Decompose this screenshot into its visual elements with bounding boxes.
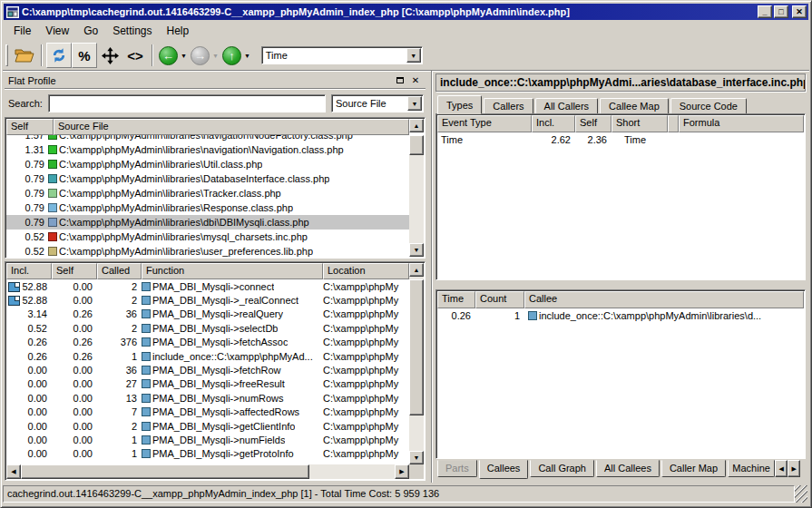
- back-dropdown-arrow[interactable]: ▼: [181, 53, 187, 59]
- location-cell: C:\xampp\phpMy: [323, 435, 409, 445]
- menu-help[interactable]: Help: [160, 23, 197, 39]
- callee-row[interactable]: 0.26 1 include_once::C:\xampp\phpMyAdmin…: [437, 308, 804, 323]
- column-self[interactable]: Self: [575, 115, 611, 132]
- tab-callees[interactable]: Callees: [479, 460, 529, 479]
- file-list-row[interactable]: 0.79C:\xampp\phpMyAdmin\libraries\dbi\DB…: [6, 215, 409, 230]
- menu-view[interactable]: View: [38, 23, 76, 39]
- function-row[interactable]: 0.000.001PMA_DBI_Mysqli->getProtoInfoC:\…: [6, 447, 409, 461]
- tab-all-callers[interactable]: All Callers: [535, 98, 599, 114]
- tab-machine[interactable]: Machine: [728, 460, 775, 477]
- function-table-vscrollbar[interactable]: ▲ ▼: [409, 263, 424, 464]
- function-row[interactable]: 52.880.002PMA_DBI_Mysqli->connectC:\xamp…: [6, 279, 409, 293]
- incl-cell: 0.00: [6, 435, 52, 445]
- reload-button[interactable]: [46, 43, 72, 68]
- file-list-row[interactable]: 0.79C:\xampp\phpMyAdmin\libraries\Tracke…: [6, 186, 409, 200]
- file-list-row[interactable]: 0.79C:\xampp\phpMyAdmin\libraries\Databa…: [6, 171, 409, 186]
- column-self[interactable]: Self: [52, 263, 97, 279]
- dock-close-button[interactable]: ✕: [409, 74, 422, 86]
- toolbar-grip[interactable]: [5, 44, 8, 66]
- combobox-dropdown-icon[interactable]: ▼: [406, 48, 421, 63]
- tab-callers[interactable]: Callers: [484, 98, 533, 114]
- column-source-file[interactable]: Source File: [54, 119, 409, 135]
- up-dropdown-arrow[interactable]: ▼: [244, 53, 250, 59]
- column-location[interactable]: Location: [323, 263, 409, 279]
- search-label: Search:: [8, 98, 43, 109]
- tab-call-graph[interactable]: Call Graph: [530, 460, 594, 477]
- back-button[interactable]: ←: [159, 46, 178, 65]
- function-icon: [142, 282, 151, 291]
- function-row[interactable]: 0.000.0013PMA_DBI_Mysqli->numRowsC:\xamp…: [6, 391, 409, 405]
- tab-callee-map[interactable]: Callee Map: [600, 98, 669, 114]
- close-button[interactable]: ✕: [792, 5, 807, 18]
- file-list-row[interactable]: 0.52C:\xampp\phpMyAdmin\libraries\mysql_…: [6, 230, 409, 244]
- resize-grip[interactable]: [795, 485, 807, 503]
- menu-go[interactable]: Go: [76, 23, 105, 39]
- search-input[interactable]: [48, 94, 326, 112]
- horizontal-splitter[interactable]: [435, 280, 806, 289]
- open-file-button[interactable]: [12, 43, 37, 68]
- group-dropdown-icon[interactable]: ▼: [407, 96, 422, 111]
- status-text: cachegrind.out.1416463299-C__xampp_phpMy…: [3, 485, 795, 503]
- file-list-row[interactable]: 0.79C:\xampp\phpMyAdmin\libraries\Util.c…: [6, 157, 409, 171]
- column-formula[interactable]: Formula: [679, 115, 804, 132]
- column-event-type[interactable]: Event Type: [437, 115, 532, 132]
- tab-all-callees[interactable]: All Callees: [596, 460, 660, 477]
- column-callee[interactable]: Callee: [524, 291, 804, 308]
- scroll-up-icon[interactable]: ▲: [409, 263, 424, 277]
- function-cell: PMA_DBI_Mysqli->fetchRow: [142, 365, 323, 376]
- scrollbar-thumb[interactable]: [409, 135, 424, 155]
- tab-source-code[interactable]: Source Code: [670, 98, 747, 114]
- minimize-button[interactable]: _: [758, 5, 772, 18]
- column-self[interactable]: Self: [6, 119, 54, 135]
- function-row[interactable]: 0.000.002PMA_DBI_Mysqli->getClientInfoC:…: [6, 419, 409, 433]
- column-called[interactable]: Called: [97, 263, 142, 279]
- menu-file[interactable]: File: [6, 23, 38, 39]
- column-spacer[interactable]: [668, 115, 679, 132]
- tab-parts[interactable]: Parts: [437, 460, 477, 477]
- function-table-hscrollbar[interactable]: ◀ ▶: [6, 464, 409, 479]
- tab-scroll-left-icon[interactable]: ◀: [775, 460, 788, 477]
- column-incl[interactable]: Incl.: [6, 263, 52, 279]
- menu-settings[interactable]: Settings: [105, 23, 159, 39]
- function-row[interactable]: 52.880.002PMA_DBI_Mysqli->_realConnectC:…: [6, 293, 409, 307]
- maximize-button[interactable]: □: [774, 5, 788, 18]
- function-row[interactable]: 0.000.007PMA_DBI_Mysqli->affectedRowsC:\…: [6, 405, 409, 419]
- file-list-row[interactable]: 0.52C:\xampp\phpMyAdmin\libraries\user_p…: [6, 244, 409, 257]
- group-combobox[interactable]: Source File ▼: [331, 94, 424, 112]
- scroll-down-icon[interactable]: ▼: [409, 451, 424, 464]
- float-button[interactable]: [394, 74, 406, 86]
- function-row[interactable]: 0.000.0027PMA_DBI_Mysqli->freeResultC:\x…: [6, 377, 409, 391]
- column-time[interactable]: Time: [437, 291, 475, 308]
- scroll-left-icon[interactable]: ◀: [6, 464, 21, 479]
- called-cell: 2: [97, 421, 142, 432]
- function-row[interactable]: 0.000.001PMA_DBI_Mysqli->numFieldsC:\xam…: [6, 433, 409, 446]
- tab-scroll-right-icon[interactable]: ▶: [788, 460, 800, 477]
- function-row[interactable]: 0.260.261include_once::C:\xampp\phpMyAd.…: [6, 349, 409, 363]
- function-row[interactable]: 0.000.0036PMA_DBI_Mysqli->fetchRowC:\xam…: [6, 363, 409, 376]
- scroll-right-icon[interactable]: ▶: [395, 464, 409, 479]
- expand-collapse-button[interactable]: <>: [122, 43, 148, 68]
- tab-caller-map[interactable]: Caller Map: [661, 460, 726, 477]
- file-list-row[interactable]: 1.57C:\xampp\phpMyAdmin\libraries\naviga…: [6, 135, 409, 142]
- column-incl[interactable]: Incl.: [532, 115, 575, 132]
- scroll-down-icon[interactable]: ▼: [409, 243, 424, 257]
- function-row[interactable]: 0.520.002PMA_DBI_Mysqli->selectDbC:\xamp…: [6, 321, 409, 335]
- file-list-row[interactable]: 0.79C:\xampp\phpMyAdmin\libraries\Respon…: [6, 200, 409, 215]
- scrollbar-track[interactable]: [309, 464, 395, 479]
- scroll-up-icon[interactable]: ▲: [409, 119, 424, 132]
- scrollbar-thumb[interactable]: [409, 279, 424, 415]
- relative-percent-button[interactable]: %: [72, 43, 97, 68]
- scrollbar-thumb[interactable]: [21, 464, 309, 479]
- types-row[interactable]: Time 2.62 2.36 Time: [437, 132, 804, 147]
- function-row[interactable]: 3.140.2636PMA_DBI_Mysqli->realQueryC:\xa…: [6, 308, 409, 321]
- column-function[interactable]: Function: [142, 263, 323, 279]
- file-list-row[interactable]: 1.31C:\xampp\phpMyAdmin\libraries\naviga…: [6, 142, 409, 157]
- pan-button[interactable]: [97, 43, 122, 68]
- up-button[interactable]: ↑: [222, 46, 241, 65]
- file-list-vscrollbar[interactable]: ▼: [409, 135, 424, 257]
- column-count[interactable]: Count: [475, 291, 524, 308]
- function-row[interactable]: 0.260.26376PMA_DBI_Mysqli->fetchAssocC:\…: [6, 336, 409, 349]
- event-type-combobox[interactable]: Time ▼: [261, 46, 423, 64]
- tab-types[interactable]: Types: [437, 95, 482, 114]
- column-short[interactable]: Short: [611, 115, 668, 132]
